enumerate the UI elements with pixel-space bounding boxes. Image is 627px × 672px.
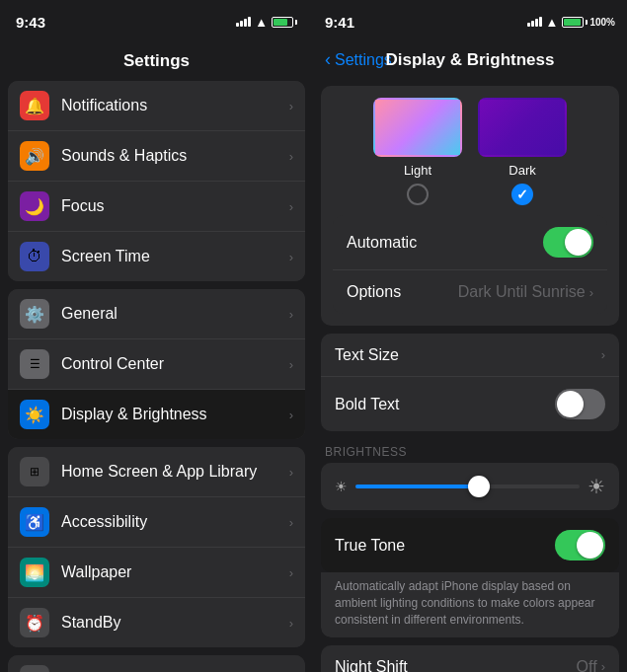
focus-label: Focus	[61, 197, 289, 215]
text-section: Text Size Bold Text	[321, 334, 619, 431]
appearance-dark[interactable]: Dark ✓	[478, 98, 567, 205]
truetone-toggle[interactable]	[555, 530, 605, 560]
chevron-icon	[289, 616, 293, 631]
display-brightness-label: Display & Brightness	[61, 406, 289, 423]
text-size-label: Text Size	[335, 346, 601, 364]
chevron-icon	[289, 515, 293, 530]
sidebar-item-screen-time[interactable]: ⏱ Screen Time	[8, 232, 305, 281]
options-chevron-icon	[589, 285, 593, 300]
truetone-section: True Tone Automatically adapt iPhone dis…	[321, 518, 619, 637]
time-right: 9:41	[325, 14, 354, 31]
chevron-icon	[289, 307, 293, 322]
light-radio[interactable]	[407, 184, 429, 205]
options-label: Options	[347, 283, 458, 301]
options-value: Dark Until Sunrise	[458, 283, 586, 301]
automatic-toggle[interactable]	[543, 227, 593, 258]
sounds-icon: 🔊	[20, 141, 49, 171]
settings-group-2: ⚙️ General ☰ Control Center ☀️ Display &…	[8, 289, 305, 439]
automatic-label: Automatic	[347, 234, 543, 252]
brightness-low-icon: ☀	[335, 479, 348, 494]
screen-time-icon: ⏱	[20, 242, 49, 271]
automatic-row[interactable]: Automatic	[333, 215, 607, 270]
bold-text-row[interactable]: Bold Text	[321, 377, 619, 431]
night-shift-chevron-icon	[601, 659, 605, 672]
sidebar-item-display-brightness[interactable]: ☀️ Display & Brightness	[8, 390, 305, 439]
sounds-label: Sounds & Haptics	[61, 147, 289, 165]
toggle-knob	[577, 532, 603, 559]
chevron-icon	[289, 99, 293, 113]
bold-text-label: Bold Text	[335, 396, 555, 413]
display-brightness-icon: ☀️	[20, 400, 49, 429]
chevron-icon	[289, 199, 293, 214]
sidebar-item-home-screen[interactable]: ⊞ Home Screen & App Library	[8, 447, 305, 497]
control-center-icon: ☰	[20, 349, 49, 379]
right-content: Light Dark ✓ Automatic	[313, 78, 627, 672]
brightness-container: ☀ ☀	[321, 463, 619, 510]
sidebar-item-control-center[interactable]: ☰ Control Center	[8, 339, 305, 390]
control-center-label: Control Center	[61, 355, 289, 373]
sidebar-item-notifications[interactable]: 🔔 Notifications	[8, 81, 305, 131]
truetone-description: Automatically adapt iPhone display based…	[321, 572, 619, 637]
back-label: Settings	[335, 51, 392, 69]
notifications-icon: 🔔	[20, 91, 49, 120]
appearance-light[interactable]: Light	[373, 98, 462, 205]
notifications-label: Notifications	[61, 97, 289, 114]
text-size-row[interactable]: Text Size	[321, 334, 619, 377]
brightness-label: BRIGHTNESS	[321, 439, 619, 463]
status-icons-right: ▲ 100%	[527, 15, 615, 30]
wifi-icon: ▲	[546, 15, 559, 30]
signal-icon	[527, 17, 542, 27]
dark-radio[interactable]: ✓	[511, 184, 533, 205]
general-label: General	[61, 305, 289, 323]
chevron-icon	[289, 565, 293, 580]
sidebar-item-sounds[interactable]: 🔊 Sounds & Haptics	[8, 131, 305, 182]
back-chevron-icon: ‹	[325, 49, 331, 70]
signal-icon	[236, 17, 251, 27]
chevron-icon	[289, 465, 293, 480]
toggle-knob	[565, 229, 591, 256]
chevron-icon	[289, 408, 293, 422]
sidebar-item-accessibility[interactable]: ♿ Accessibility	[8, 497, 305, 548]
sidebar-item-focus[interactable]: 🌙 Focus	[8, 182, 305, 232]
accessibility-icon: ♿	[20, 507, 49, 537]
status-bar-right: 9:41 ▲ 100%	[313, 0, 627, 43]
night-shift-row[interactable]: Night Shift Off	[321, 645, 619, 672]
night-shift-label: Night Shift	[335, 658, 577, 672]
brightness-thumb	[468, 476, 490, 497]
dark-label: Dark	[509, 163, 535, 178]
right-panel: 9:41 ▲ 100% ‹ Settings Display & Brightn…	[313, 0, 627, 672]
appearance-settings: Automatic Options Dark Until Sunrise	[333, 215, 607, 314]
home-screen-label: Home Screen & App Library	[61, 463, 289, 481]
back-button[interactable]: ‹ Settings	[325, 49, 392, 70]
chevron-icon	[289, 149, 293, 164]
options-row[interactable]: Options Dark Until Sunrise	[333, 270, 607, 314]
sidebar-item-siri[interactable]: 🎤 Siri & Search	[8, 655, 305, 672]
general-icon: ⚙️	[20, 299, 49, 329]
truetone-row[interactable]: True Tone	[321, 518, 619, 572]
appearance-section: Light Dark ✓ Automatic	[321, 86, 619, 326]
brightness-track[interactable]	[355, 485, 580, 488]
brightness-section: BRIGHTNESS ☀ ☀	[321, 439, 619, 510]
status-icons-left: ▲	[236, 15, 297, 30]
settings-group-3: ⊞ Home Screen & App Library ♿ Accessibil…	[8, 447, 305, 647]
screen-time-label: Screen Time	[61, 248, 289, 265]
wifi-icon: ▲	[255, 15, 268, 30]
battery-icon	[272, 17, 297, 28]
siri-icon: 🎤	[20, 665, 49, 672]
settings-group-4: 🎤 Siri & Search 👤 Face ID & Passcode SOS…	[8, 655, 305, 672]
chevron-icon	[289, 250, 293, 264]
wallpaper-label: Wallpaper	[61, 563, 289, 581]
settings-list: 🔔 Notifications 🔊 Sounds & Haptics 🌙 Foc…	[0, 81, 313, 672]
sidebar-item-general[interactable]: ⚙️ General	[8, 289, 305, 339]
sidebar-item-standby[interactable]: ⏰ StandBy	[8, 598, 305, 647]
wallpaper-icon: 🌅	[20, 558, 49, 587]
battery-icon: 100%	[562, 17, 615, 28]
sidebar-item-wallpaper[interactable]: 🌅 Wallpaper	[8, 548, 305, 598]
brightness-slider-row: ☀ ☀	[335, 475, 605, 498]
page-title: Display & Brightness	[386, 50, 555, 70]
appearance-options: Light Dark ✓	[333, 98, 607, 205]
focus-icon: 🌙	[20, 191, 49, 221]
bold-text-toggle[interactable]	[555, 389, 605, 419]
time-left: 9:43	[16, 14, 45, 31]
truetone-label: True Tone	[335, 537, 555, 555]
